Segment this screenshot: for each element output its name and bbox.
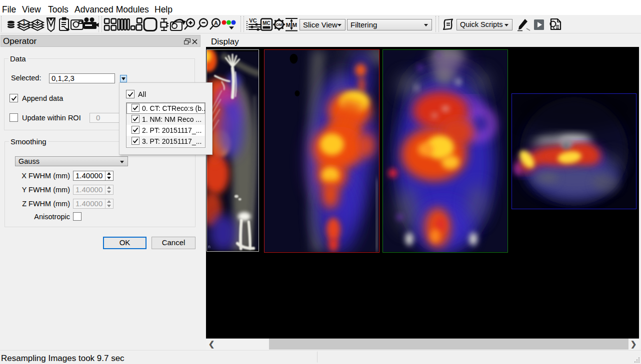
- svg-text:VC: VC: [249, 17, 256, 23]
- svg-text:MC: MC: [262, 20, 270, 26]
- svg-text:1: 1: [22, 20, 26, 25]
- svg-text:n: n: [208, 244, 210, 249]
- svg-text:OM: OM: [276, 22, 282, 27]
- svg-text:A: A: [214, 20, 218, 26]
